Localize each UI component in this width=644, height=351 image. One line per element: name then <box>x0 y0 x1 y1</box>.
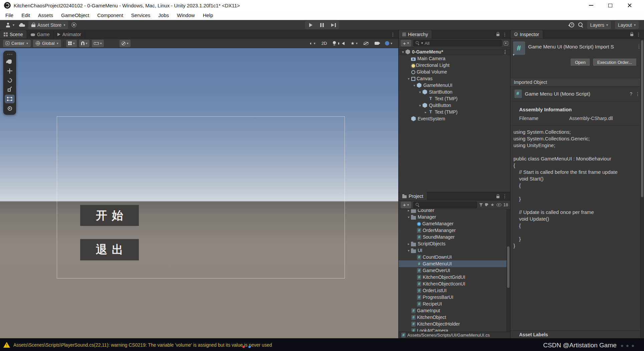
close-button[interactable] <box>620 0 639 11</box>
foldout-arrow[interactable]: ▾ <box>418 104 422 107</box>
search-icon[interactable] <box>578 22 583 27</box>
project-item[interactable]: OrderMananger <box>399 227 510 234</box>
quit-button-gameobject[interactable]: 退出 <box>80 239 139 260</box>
project-item[interactable]: ▸ ScriptObjects <box>399 240 510 247</box>
tab-inspector[interactable]: Inspector <box>510 30 543 38</box>
project-item[interactable]: GameManager <box>399 220 510 227</box>
console-status-message[interactable]: ! Assets\Scenes\Scripts\PlayerSound.cs(2… <box>3 342 272 348</box>
start-button-gameobject[interactable]: 开始 <box>80 205 139 226</box>
menu-item[interactable]: Help <box>199 11 217 20</box>
project-item[interactable]: OrderListUI <box>399 287 510 294</box>
grid-visibility-dropdown[interactable]: ▾ <box>66 40 77 47</box>
menu-item[interactable]: File <box>1 11 17 20</box>
saved-search-star-icon[interactable]: ★ <box>490 203 494 207</box>
hierarchy-item[interactable]: ▾ 0-GameMenu* ⋮ <box>399 48 510 55</box>
project-item[interactable]: SoundManager <box>399 234 510 240</box>
hidden-packages-eye-icon[interactable] <box>496 203 501 207</box>
project-item[interactable]: KitchenObjectHolder <box>399 321 510 327</box>
camera-settings-dropdown[interactable] <box>373 40 381 47</box>
inspector-scrollbar[interactable] <box>640 39 644 338</box>
object-menu-icon[interactable]: ⋮ <box>635 92 640 96</box>
tab-project[interactable]: Project <box>399 192 427 200</box>
transform-tool[interactable] <box>5 104 15 113</box>
project-item[interactable]: ProgressBarUI <box>399 294 510 301</box>
view-tab[interactable]: Animator <box>54 30 85 38</box>
project-item[interactable]: GameInput <box>399 307 510 314</box>
layers-dropdown[interactable]: Layers ▾ <box>587 21 611 29</box>
project-item[interactable]: KitchenObject <box>399 314 510 321</box>
menu-item[interactable]: Component <box>93 11 127 20</box>
tool-handle-position-dropdown[interactable]: Center ▾ <box>3 40 31 47</box>
execution-order-button[interactable]: Execution Order... <box>593 58 637 66</box>
scale-tool[interactable] <box>5 85 15 94</box>
scene-lighting-toggle[interactable] <box>331 40 338 47</box>
project-item[interactable]: ▾ Manager <box>399 214 510 220</box>
picker-icon[interactable] <box>504 41 508 45</box>
snap-toggle-dropdown[interactable]: ▾ <box>79 40 89 47</box>
foldout-arrow[interactable]: ▾ <box>401 50 405 54</box>
foldout-arrow[interactable]: ▾ <box>406 249 411 252</box>
foldout-arrow[interactable]: ▸ <box>423 110 428 114</box>
menu-item[interactable]: Assets <box>34 11 57 20</box>
foldout-arrow[interactable]: ▾ <box>418 90 422 94</box>
rotate-tool[interactable] <box>5 76 15 85</box>
scene-audio-toggle[interactable] <box>340 40 346 47</box>
add-gameobject-button[interactable]: + ▾ <box>401 40 411 46</box>
panel-menu-icon[interactable]: ⋮ <box>502 194 507 199</box>
play-button[interactable] <box>305 21 316 29</box>
project-item[interactable]: ▾ UI <box>399 247 510 254</box>
menu-item[interactable]: Services <box>127 11 155 20</box>
account-dropdown[interactable]: ▾ <box>4 21 16 29</box>
menu-item[interactable]: Edit <box>17 11 34 20</box>
tool-handle-rotation-dropdown[interactable]: Global ▾ <box>33 40 61 47</box>
view-hand-tool[interactable] <box>5 57 15 66</box>
foldout-arrow[interactable]: ▾ <box>412 84 417 87</box>
hierarchy-item[interactable]: ▾ StartButton <box>399 89 510 95</box>
foldout-arrow[interactable]: ▾ <box>406 215 411 219</box>
lock-icon[interactable] <box>496 196 499 198</box>
shading-mode-dropdown[interactable]: ◐ ▾ <box>308 40 317 47</box>
hierarchy-item[interactable]: ▾ Canvas <box>399 75 510 82</box>
panel-menu-icon[interactable]: ⋮ <box>636 32 641 37</box>
hierarchy-item[interactable]: ▾ QuitButton <box>399 102 510 109</box>
scene-visibility-toggle[interactable] <box>362 40 370 47</box>
minimize-button[interactable] <box>581 0 601 11</box>
panel-menu-icon[interactable]: ⋮ <box>502 32 507 37</box>
cloud-services-icon[interactable] <box>19 23 25 27</box>
project-item[interactable]: GameMenuUI <box>399 260 510 267</box>
gizmos-dropdown[interactable]: ▾ <box>383 40 394 47</box>
project-item[interactable]: RecipeUI <box>399 301 510 307</box>
row-menu-icon[interactable]: ⋮ <box>503 49 507 54</box>
lock-icon[interactable] <box>630 34 633 36</box>
project-scrollbar-thumb[interactable] <box>507 246 509 288</box>
hierarchy-item[interactable]: ▸ Text (TMP) <box>399 109 510 115</box>
snap-increment-dropdown[interactable]: ▾ <box>92 40 104 47</box>
view-tab[interactable]: Scene <box>0 30 27 38</box>
2d-mode-toggle[interactable]: 2D <box>320 40 329 47</box>
hierarchy-item[interactable]: Main Camera <box>399 55 510 62</box>
scene-effects-dropdown[interactable]: ★ ▾ <box>349 40 359 47</box>
menu-item[interactable]: Window <box>173 11 199 20</box>
hierarchy-item[interactable]: Directional Light <box>399 62 510 69</box>
lock-icon[interactable] <box>496 34 499 36</box>
foldout-arrow[interactable]: ▸ <box>406 209 411 212</box>
layout-dropdown[interactable]: Layout ▾ <box>615 21 639 29</box>
inspector-scrollbar-thumb[interactable] <box>641 40 643 197</box>
project-item[interactable]: KitchenObjectGridUI <box>399 274 510 280</box>
pause-button[interactable] <box>316 21 328 29</box>
search-by-type-icon[interactable] <box>479 203 483 207</box>
menu-item[interactable]: GameObject <box>57 11 93 20</box>
maximize-button[interactable] <box>601 0 620 11</box>
step-button[interactable] <box>328 21 339 29</box>
rotation-snap-dropdown[interactable]: ▾ <box>120 40 131 47</box>
project-search-input[interactable] <box>413 202 477 208</box>
asset-store-button[interactable]: Asset Store ▾ <box>28 21 68 29</box>
foldout-arrow[interactable]: ▾ <box>406 77 411 81</box>
foldout-arrow[interactable]: ▸ <box>406 242 411 246</box>
scene-viewport[interactable]: 开始 退出 <box>0 48 398 338</box>
palette-grip-icon[interactable] <box>7 54 8 55</box>
project-item[interactable]: CountDownUI <box>399 254 510 260</box>
help-icon[interactable]: ? <box>630 91 632 97</box>
add-asset-button[interactable]: + ▾ <box>401 202 411 208</box>
preferences-gear-icon[interactable] <box>71 22 76 27</box>
